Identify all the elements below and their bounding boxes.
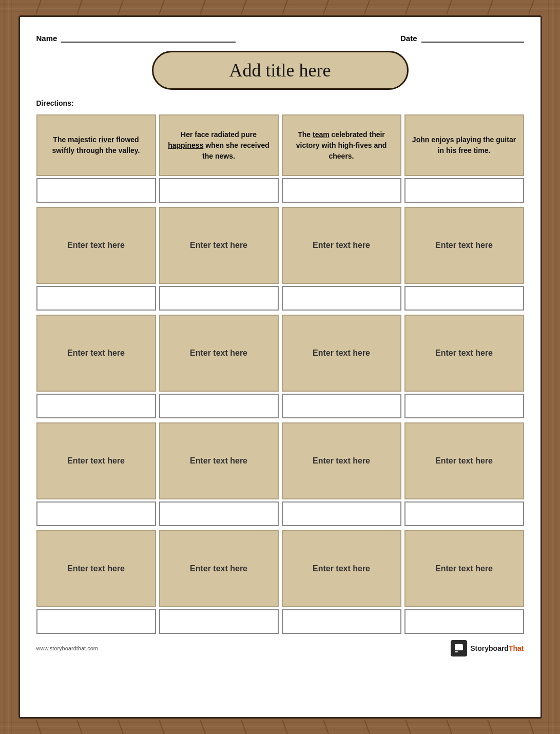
svg-line-29 bbox=[200, 720, 205, 734]
input-box-4-3[interactable] bbox=[282, 501, 401, 526]
content-cell-3-2[interactable]: Enter text here bbox=[159, 315, 279, 392]
svg-line-34 bbox=[405, 720, 411, 734]
input-box-4-4[interactable] bbox=[404, 501, 524, 526]
content-cell-4-2[interactable]: Enter text here bbox=[159, 422, 279, 499]
name-line bbox=[61, 33, 236, 43]
svg-line-20 bbox=[364, 0, 370, 14]
inputs-row-3 bbox=[36, 394, 524, 418]
svg-line-21 bbox=[405, 0, 411, 14]
svg-rect-39 bbox=[455, 651, 458, 652]
inputs-row-4 bbox=[36, 501, 524, 526]
input-box-1-2[interactable] bbox=[159, 178, 279, 203]
svg-line-23 bbox=[488, 0, 493, 14]
svg-line-35 bbox=[447, 720, 452, 734]
footer-url: www.storyboardthat.com bbox=[36, 645, 98, 651]
svg-line-25 bbox=[36, 720, 41, 734]
sentence-cell-1: The majestic river flowed swiftly throug… bbox=[36, 114, 156, 176]
input-box-1-4[interactable] bbox=[404, 178, 524, 203]
svg-line-12 bbox=[36, 0, 41, 14]
page-inner: Name Date Add title here Directions: The… bbox=[18, 15, 542, 719]
input-box-3-4[interactable] bbox=[404, 394, 524, 418]
inputs-row-2 bbox=[36, 286, 524, 311]
title-container: Add title here bbox=[36, 51, 524, 90]
input-box-4-2[interactable] bbox=[159, 501, 279, 526]
content-cell-4-1[interactable]: Enter text here bbox=[36, 422, 156, 499]
input-box-2-3[interactable] bbox=[282, 286, 401, 311]
input-box-2-2[interactable] bbox=[159, 286, 279, 311]
date-line bbox=[421, 33, 524, 43]
svg-line-33 bbox=[364, 720, 370, 734]
content-cell-5-2[interactable]: Enter text here bbox=[159, 530, 279, 607]
content-cell-3-3[interactable]: Enter text here bbox=[282, 315, 401, 392]
input-box-4-1[interactable] bbox=[36, 501, 156, 526]
worksheet-grid: The majestic river flowed swiftly throug… bbox=[36, 114, 524, 636]
svg-line-31 bbox=[282, 720, 287, 734]
content-row-2: Enter text here Enter text here Enter te… bbox=[36, 315, 524, 392]
sentences-row: The majestic river flowed swiftly throug… bbox=[36, 114, 524, 176]
content-cell-5-1[interactable]: Enter text here bbox=[36, 530, 156, 607]
svg-line-36 bbox=[488, 720, 493, 734]
svg-line-18 bbox=[282, 0, 287, 14]
input-box-5-2[interactable] bbox=[159, 609, 279, 634]
svg-line-32 bbox=[323, 720, 329, 734]
svg-rect-38 bbox=[455, 644, 463, 650]
content-row-1: Enter text here Enter text here Enter te… bbox=[36, 207, 524, 284]
content-cell-2-2[interactable]: Enter text here bbox=[159, 207, 279, 284]
inputs-row-5 bbox=[36, 609, 524, 634]
content-cell-2-3[interactable]: Enter text here bbox=[282, 207, 401, 284]
svg-line-37 bbox=[529, 720, 534, 734]
svg-line-27 bbox=[118, 720, 123, 734]
sentence-cell-4: John enjoys playing the guitar in his fr… bbox=[404, 114, 524, 176]
input-box-5-4[interactable] bbox=[404, 609, 524, 634]
content-cell-3-4[interactable]: Enter text here bbox=[404, 315, 524, 392]
svg-line-30 bbox=[241, 720, 246, 734]
svg-line-26 bbox=[77, 720, 82, 734]
svg-line-19 bbox=[323, 0, 329, 14]
svg-line-28 bbox=[159, 720, 164, 734]
svg-line-17 bbox=[241, 0, 246, 14]
input-box-1-3[interactable] bbox=[282, 178, 401, 203]
page-outer: Name Date Add title here Directions: The… bbox=[0, 0, 560, 734]
content-row-3: Enter text here Enter text here Enter te… bbox=[36, 422, 524, 499]
footer-logo-text: StoryboardThat bbox=[470, 644, 524, 652]
input-box-3-3[interactable] bbox=[282, 394, 401, 418]
name-label: Name bbox=[36, 34, 57, 43]
inputs-row-1 bbox=[36, 178, 524, 203]
svg-line-13 bbox=[77, 0, 82, 14]
input-box-3-1[interactable] bbox=[36, 394, 156, 418]
date-field: Date bbox=[400, 33, 524, 43]
directions-label: Directions: bbox=[36, 99, 524, 107]
content-cell-2-1[interactable]: Enter text here bbox=[36, 207, 156, 284]
content-cell-4-4[interactable]: Enter text here bbox=[404, 422, 524, 499]
content-cell-5-3[interactable]: Enter text here bbox=[282, 530, 401, 607]
svg-line-16 bbox=[200, 0, 205, 14]
name-field: Name bbox=[36, 33, 236, 43]
content-cell-2-4[interactable]: Enter text here bbox=[404, 207, 524, 284]
sentence-cell-2: Her face radiated pure happiness when sh… bbox=[159, 114, 279, 176]
date-label: Date bbox=[400, 34, 417, 43]
header-row: Name Date bbox=[36, 33, 524, 43]
footer: www.storyboardthat.com StoryboardThat bbox=[36, 640, 524, 656]
svg-line-14 bbox=[118, 0, 123, 14]
input-box-2-4[interactable] bbox=[404, 286, 524, 311]
svg-line-24 bbox=[529, 0, 534, 14]
svg-line-15 bbox=[159, 0, 164, 14]
content-cell-5-4[interactable]: Enter text here bbox=[404, 530, 524, 607]
input-box-2-1[interactable] bbox=[36, 286, 156, 311]
storyboard-logo-icon bbox=[451, 640, 467, 656]
input-box-3-2[interactable] bbox=[159, 394, 279, 418]
content-cell-3-1[interactable]: Enter text here bbox=[36, 315, 156, 392]
input-box-5-1[interactable] bbox=[36, 609, 156, 634]
footer-logo: StoryboardThat bbox=[451, 640, 524, 656]
content-row-4: Enter text here Enter text here Enter te… bbox=[36, 530, 524, 607]
svg-line-22 bbox=[447, 0, 452, 14]
content-cell-4-3[interactable]: Enter text here bbox=[282, 422, 401, 499]
title-box[interactable]: Add title here bbox=[152, 51, 409, 90]
input-box-5-3[interactable] bbox=[282, 609, 401, 634]
input-box-1-1[interactable] bbox=[36, 178, 156, 203]
sentence-cell-3: The team celebrated their victory with h… bbox=[282, 114, 401, 176]
